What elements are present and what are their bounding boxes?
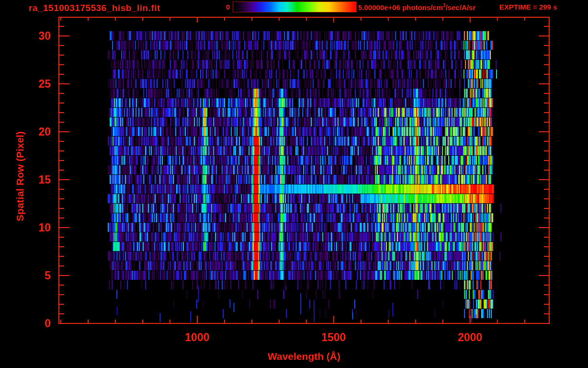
page-title: ra_151003175536_hisb_lin.fit	[29, 3, 160, 13]
y-axis-title: Spatial Row (Pixel)	[14, 131, 26, 221]
colorbar-min-label: 0	[220, 3, 230, 11]
colorbar-units-prefix: photons/cm	[400, 3, 443, 12]
x-tick-label: 1500	[305, 331, 362, 344]
x-tick-label: 2000	[441, 331, 499, 344]
exptime-label: EXPTIME = 299 s	[499, 3, 557, 11]
spectrogram-figure: ra_151003175536_hisb_lin.fit 0 5.00000e+…	[0, 0, 588, 368]
y-tick-label: 5	[0, 269, 51, 282]
y-tick-label: 0	[0, 317, 51, 330]
y-tick-label: 10	[0, 221, 51, 234]
colorbar-units-suffix: /sec/A/sr	[446, 3, 476, 12]
y-tick-label: 30	[0, 30, 51, 42]
heatmap-canvas	[0, 0, 588, 368]
x-tick-label: 1000	[169, 331, 226, 344]
x-axis-title: Wavelength (Å)	[59, 351, 549, 362]
colorbar-max-label: 5.00000e+06 photons/cm2/sec/A/sr	[358, 3, 475, 12]
y-tick-label: 25	[0, 78, 51, 90]
colorbar-max-value: 5.00000e+06	[358, 3, 400, 12]
